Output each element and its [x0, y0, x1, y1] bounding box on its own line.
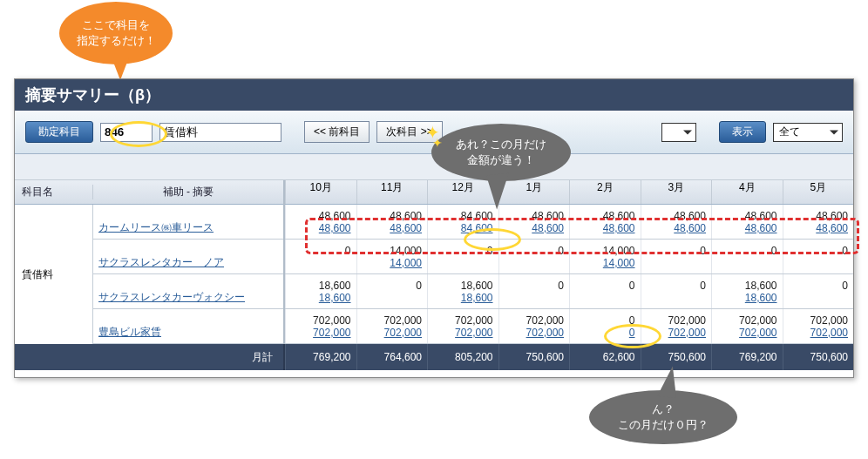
value-link[interactable]: 702,000 — [499, 327, 565, 339]
value-top: 702,000 — [286, 314, 351, 327]
data-cell: 18,60018,600 — [285, 274, 356, 308]
sparkle-icon: ✦ — [432, 136, 443, 150]
data-cell: 0 — [498, 274, 570, 308]
footer-cell: 764,600 — [356, 344, 428, 370]
data-row: 702,000702,000702,000702,000702,000702,0… — [285, 309, 853, 344]
footer-row: 月計 769,200764,600805,200750,60062,600750… — [15, 344, 853, 370]
header-account: 科目名 — [15, 185, 93, 199]
value-top: 702,000 — [712, 314, 777, 327]
sub-link[interactable]: サクラスレンタカー ノア — [98, 255, 224, 270]
value-link — [428, 257, 493, 269]
value-link[interactable]: 18,600 — [712, 292, 777, 304]
value-top: 0 — [783, 280, 849, 292]
value-link[interactable]: 702,000 — [428, 327, 493, 339]
value-link — [499, 292, 565, 304]
header-month: 11月 — [356, 180, 428, 204]
filter-select[interactable]: 全て — [773, 123, 843, 142]
value-link[interactable]: 14,000 — [570, 257, 635, 269]
data-cell: 18,60018,600 — [711, 274, 783, 308]
header-month: 10月 — [285, 180, 356, 204]
annotation-text: ん？ — [652, 402, 675, 415]
filter-value: 全て — [779, 125, 800, 139]
value-top: 0 — [570, 280, 635, 292]
account-name-input[interactable] — [159, 123, 281, 142]
value-link — [783, 257, 849, 269]
value-link — [712, 257, 777, 269]
sub-row: サクラスレンタカーヴォクシー — [93, 274, 283, 309]
value-link — [641, 257, 707, 269]
highlight-dash-row — [305, 218, 859, 254]
value-link — [499, 257, 565, 269]
footer-label: 月計 — [15, 344, 285, 370]
footer-cell: 750,600 — [498, 344, 570, 370]
account-button[interactable]: 勘定科目 — [25, 121, 93, 143]
value-link — [570, 292, 635, 304]
data-row: 18,60018,6000 18,60018,6000 0 0 18,60018… — [285, 274, 853, 309]
data-cell: 0 — [783, 274, 854, 308]
value-top: 0 — [641, 280, 707, 292]
data-cell: 702,000702,000 — [783, 309, 854, 343]
show-button[interactable]: 表示 — [719, 121, 766, 143]
highlight-ring-84600 — [464, 228, 521, 251]
value-link[interactable]: 702,000 — [712, 327, 777, 339]
value-link[interactable]: 14,000 — [357, 257, 423, 269]
value-top: 702,000 — [641, 314, 707, 327]
value-link[interactable]: 702,000 — [357, 327, 423, 339]
data-cell: 0 — [569, 274, 641, 308]
value-link[interactable]: 702,000 — [783, 327, 849, 339]
value-link — [641, 292, 707, 304]
footer-cell: 805,200 — [427, 344, 498, 370]
value-top: 0 — [357, 280, 423, 292]
sub-link[interactable]: カームリース㈱車リース — [98, 220, 214, 235]
annotation-text: この月だけ０円？ — [618, 418, 709, 431]
value-link[interactable]: 702,000 — [286, 327, 351, 339]
data-cell: 0 — [641, 274, 712, 308]
sub-row: カームリース㈱車リース — [93, 205, 283, 240]
header-row-months: 10月11月12月1月2月3月4月5月 — [285, 180, 853, 205]
footer-cell: 769,200 — [285, 344, 356, 370]
footer-cell: 769,200 — [711, 344, 783, 370]
data-cell: 0 — [356, 274, 428, 308]
annotation-text: 金額が違う！ — [467, 153, 535, 166]
data-cell: 18,60018,600 — [427, 274, 498, 308]
value-link — [286, 257, 351, 269]
window-title: 摘要サマリー（β） — [15, 79, 853, 111]
header-sub: 補助 - 摘要 — [93, 185, 283, 199]
period-select[interactable] — [661, 123, 696, 142]
header-month: 3月 — [641, 180, 712, 204]
data-cell: 702,000702,000 — [498, 309, 570, 343]
highlight-ring-zero — [604, 324, 661, 348]
annotation-bubble-top: ここで科目を 指定するだけ！ — [59, 2, 173, 64]
sub-link[interactable]: サクラスレンタカーヴォクシー — [98, 290, 245, 305]
value-top: 18,600 — [286, 280, 351, 292]
header-month: 2月 — [569, 180, 641, 204]
annotation-tail-icon — [112, 57, 129, 80]
value-top: 18,600 — [712, 280, 777, 292]
annotation-text: あれ？この月だけ — [456, 138, 546, 151]
value-top: 702,000 — [357, 314, 423, 327]
value-top: 702,000 — [428, 314, 493, 327]
annotation-text: 指定するだけ！ — [77, 34, 156, 47]
annotation-bubble-bottom: ん？ この月だけ０円？ — [589, 390, 737, 444]
data-cell: 702,000702,000 — [285, 309, 356, 343]
value-top: 0 — [499, 280, 565, 292]
account-name-cell: 賃借料 — [15, 205, 93, 344]
value-link[interactable]: 18,600 — [286, 292, 351, 304]
header-month: 4月 — [711, 180, 783, 204]
value-top: 18,600 — [428, 280, 493, 292]
value-top: 702,000 — [783, 314, 849, 327]
prev-account-button[interactable]: << 前科目 — [304, 121, 370, 143]
sub-link[interactable]: 豊島ビル家賃 — [98, 325, 161, 340]
annotation-text: ここで科目を — [82, 18, 150, 31]
header-row-left: 科目名 補助 - 摘要 — [15, 180, 283, 205]
header-month: 5月 — [783, 180, 854, 204]
data-cell: 702,000702,000 — [711, 309, 783, 343]
annotation-tail-icon — [486, 173, 512, 210]
value-link — [783, 292, 849, 304]
sub-row: 豊島ビル家賃 — [93, 309, 283, 344]
value-link[interactable]: 18,600 — [428, 292, 493, 304]
sub-row: サクラスレンタカー ノア — [93, 240, 283, 274]
footer-cell: 750,600 — [783, 344, 854, 370]
highlight-ring-code — [110, 121, 167, 147]
data-cell: 702,000702,000 — [356, 309, 428, 343]
